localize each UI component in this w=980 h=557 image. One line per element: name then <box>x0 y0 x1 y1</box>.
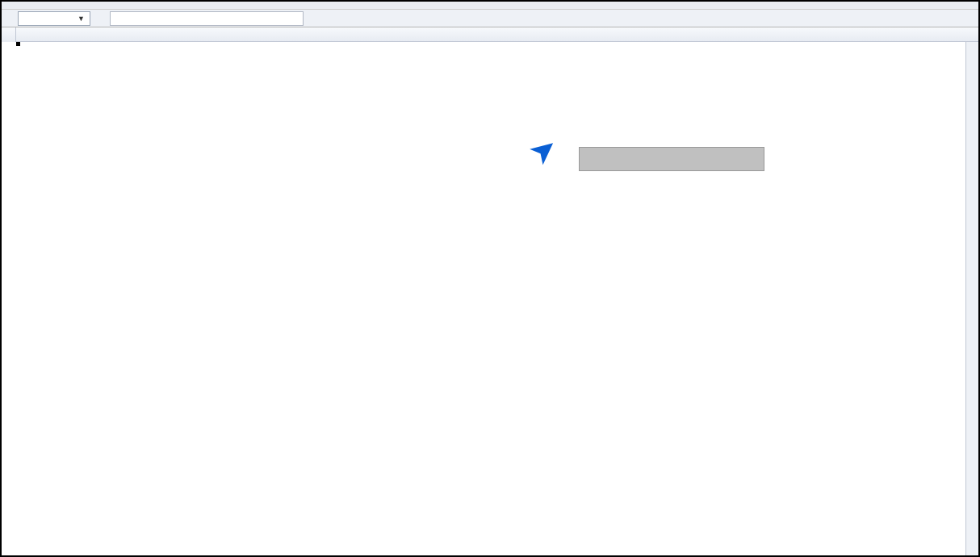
arrow-icon: ➤ <box>521 126 566 172</box>
fill-handle[interactable] <box>16 42 20 46</box>
active-cell-cursor <box>16 42 19 45</box>
select-all-corner[interactable] <box>2 27 16 42</box>
formula-bar-row: ▼ <box>2 10 978 27</box>
column-headers[interactable] <box>2 27 978 42</box>
formula-bar-button[interactable] <box>110 11 304 26</box>
vertical-scrollbar[interactable] <box>965 42 978 555</box>
ribbon-group-labels <box>2 2 978 10</box>
chevron-down-icon: ▼ <box>77 15 85 23</box>
tooltip-callout <box>579 147 764 171</box>
name-box[interactable]: ▼ <box>18 11 90 26</box>
